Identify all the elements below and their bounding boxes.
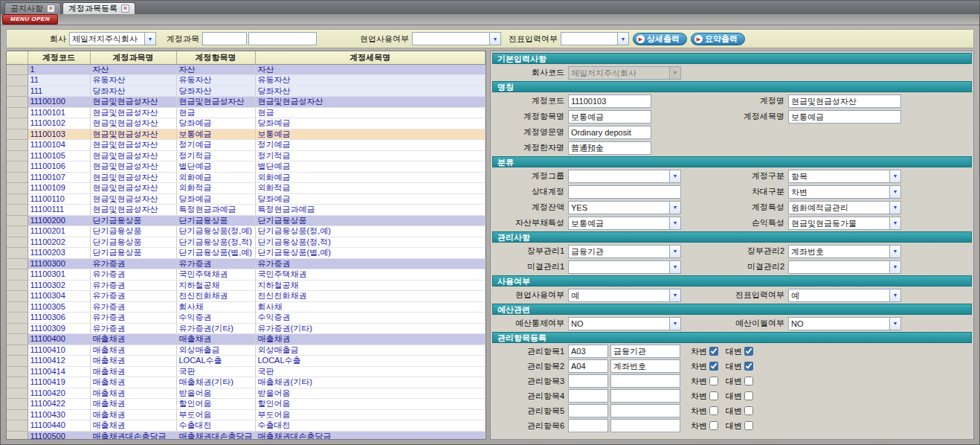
row-selector[interactable] bbox=[7, 140, 28, 151]
row-selector[interactable] bbox=[7, 172, 28, 183]
table-row[interactable]: 11100100 현금및현금성자산 현금및현금성자산 현금및현금성자산 bbox=[7, 97, 486, 108]
credit-checkbox[interactable] bbox=[744, 347, 753, 356]
account-name-field[interactable] bbox=[788, 95, 901, 108]
table-row[interactable]: 11100440 매출채권 수출대전 수출대전 bbox=[7, 420, 486, 432]
chevron-down-icon[interactable]: ▼ bbox=[889, 246, 900, 257]
mgmt-code-input[interactable] bbox=[568, 389, 608, 403]
debit-checkbox[interactable] bbox=[709, 347, 718, 356]
table-row[interactable]: 11100201 단기금융상품 단기금융상품(정,예) 단기금융상품(정,예) bbox=[7, 226, 486, 237]
chevron-down-icon[interactable]: ▼ bbox=[489, 33, 500, 45]
credit-checkbox[interactable] bbox=[744, 421, 753, 430]
debit-checkbox[interactable] bbox=[709, 406, 718, 415]
mgmt-code-input[interactable] bbox=[568, 419, 608, 432]
row-selector[interactable] bbox=[7, 431, 28, 440]
table-row[interactable]: 11100106 현금및현금성자산 별단예금 별단예금 bbox=[7, 161, 486, 173]
table-row[interactable]: 11100102 현금및현금성자산 당좌예금 당좌예금 bbox=[7, 118, 486, 129]
chevron-down-icon[interactable]: ▼ bbox=[144, 33, 155, 45]
credit-checkbox[interactable] bbox=[744, 406, 753, 415]
table-row[interactable]: 11100109 현금및현금성자산 외화적금 외화적금 bbox=[7, 183, 486, 194]
table-row[interactable]: 11100107 현금및현금성자산 외화예금 외화예금 bbox=[7, 172, 486, 183]
debit-checkbox[interactable] bbox=[709, 421, 718, 430]
row-selector[interactable] bbox=[7, 409, 28, 420]
row-selector[interactable] bbox=[7, 75, 28, 86]
table-row[interactable]: 11100309 유가증권 유가증권(기타) 유가증권(기타) bbox=[7, 323, 486, 334]
open1-select[interactable]: ▼ bbox=[568, 260, 681, 274]
row-selector[interactable] bbox=[7, 356, 28, 367]
tab-notice[interactable]: 공지사항 × bbox=[4, 2, 61, 14]
chevron-down-icon[interactable]: ▼ bbox=[889, 217, 900, 229]
account-eng-field[interactable] bbox=[568, 126, 651, 139]
detail-print-button[interactable]: ▶ 상세출력 bbox=[633, 33, 687, 45]
table-row[interactable]: 11100105 현금및현금성자산 정기적금 정기적금 bbox=[7, 150, 486, 161]
budget-control-select[interactable]: NO ▼ bbox=[568, 317, 681, 330]
asset-trait-select[interactable]: 보통예금 ▼ bbox=[568, 217, 681, 230]
dc-class-select[interactable]: 차변 ▼ bbox=[788, 185, 901, 199]
account-hanja-field[interactable] bbox=[568, 141, 651, 155]
row-selector[interactable] bbox=[7, 345, 28, 356]
table-row[interactable]: 11100414 매출채권 국판 국판 bbox=[7, 366, 486, 377]
mgmt-name-input[interactable] bbox=[610, 419, 680, 432]
ledger1-select[interactable]: 금융기관 ▼ bbox=[568, 245, 681, 258]
table-row[interactable]: 11100304 유가증권 전신전화채권 전신전화채권 bbox=[7, 291, 486, 302]
row-selector[interactable] bbox=[7, 420, 28, 432]
mgmt-name-input[interactable] bbox=[610, 374, 680, 388]
table-row[interactable]: 11100300 유가증권 유가증권 유가증권 bbox=[7, 258, 486, 269]
row-selector[interactable] bbox=[7, 129, 28, 140]
row-selector[interactable] bbox=[7, 193, 28, 205]
row-selector[interactable] bbox=[7, 291, 28, 302]
table-row[interactable]: 11100419 매출채권 매출채권(기타) 매출채권(기타) bbox=[7, 377, 486, 388]
row-selector[interactable] bbox=[7, 183, 28, 194]
close-icon[interactable]: × bbox=[47, 4, 55, 13]
account-detail-field[interactable] bbox=[788, 110, 901, 124]
row-selector[interactable] bbox=[7, 301, 28, 313]
row-selector[interactable] bbox=[7, 161, 28, 173]
debit-checkbox[interactable] bbox=[709, 377, 718, 385]
debit-checkbox[interactable] bbox=[709, 362, 718, 371]
row-selector[interactable] bbox=[7, 226, 28, 237]
credit-checkbox[interactable] bbox=[744, 362, 753, 371]
table-row[interactable]: 11100110 현금및현금성자산 당좌예금 당좌예금 bbox=[7, 193, 486, 205]
table-row[interactable]: 11100400 매출채권 매출채권 매출채권 bbox=[7, 334, 486, 345]
table-row[interactable]: 11100302 유가증권 지하철공채 지하철공채 bbox=[7, 280, 486, 291]
pl-trait-select[interactable]: 현금및현금등가물 ▼ bbox=[788, 217, 901, 230]
chevron-down-icon[interactable]: ▼ bbox=[617, 33, 628, 45]
row-selector[interactable] bbox=[7, 269, 28, 281]
chevron-down-icon[interactable]: ▼ bbox=[669, 289, 680, 301]
table-row[interactable]: 11100301 유가증권 국민주택채권 국민주택채권 bbox=[7, 269, 486, 281]
tab-account-register[interactable]: 계정과목등록 × bbox=[62, 2, 135, 14]
chevron-down-icon[interactable]: ▼ bbox=[669, 217, 680, 229]
row-selector[interactable] bbox=[7, 237, 28, 248]
debit-checkbox[interactable] bbox=[709, 391, 718, 400]
row-selector[interactable] bbox=[7, 334, 28, 345]
row-selector[interactable] bbox=[7, 97, 28, 108]
chevron-down-icon[interactable]: ▼ bbox=[889, 289, 900, 301]
table-row[interactable]: 11100104 현금및현금성자산 정기예금 정기예금 bbox=[7, 140, 486, 151]
summary-print-button[interactable]: ▶ 요약출력 bbox=[691, 33, 745, 45]
ledger2-select[interactable]: 계좌번호 ▼ bbox=[788, 245, 901, 258]
table-row[interactable]: 11100422 매출채권 할인어음 할인어음 bbox=[7, 399, 486, 410]
chevron-down-icon[interactable]: ▼ bbox=[889, 261, 900, 273]
credit-checkbox[interactable] bbox=[744, 377, 753, 385]
table-row[interactable]: 11100410 매출채권 외상매출금 외상매출금 bbox=[7, 345, 486, 356]
chevron-down-icon[interactable]: ▼ bbox=[669, 170, 680, 182]
row-selector[interactable] bbox=[7, 313, 28, 324]
row-selector[interactable] bbox=[7, 215, 28, 226]
row-selector[interactable] bbox=[7, 280, 28, 291]
voucher-select[interactable]: ▼ bbox=[561, 32, 629, 45]
account-trait-select[interactable]: 원화예적금관리 ▼ bbox=[788, 201, 901, 214]
table-row[interactable]: 11100200 단기금융상품 단기금융상품 단기금융상품 bbox=[7, 215, 486, 226]
chevron-down-icon[interactable]: ▼ bbox=[889, 202, 900, 214]
row-selector[interactable] bbox=[7, 377, 28, 388]
chevron-down-icon[interactable]: ▼ bbox=[669, 261, 680, 273]
account-class-select[interactable]: 항목 ▼ bbox=[788, 170, 901, 183]
mgmt-name-input[interactable] bbox=[610, 389, 680, 403]
mgmt-code-input[interactable] bbox=[568, 374, 608, 388]
chevron-down-icon[interactable]: ▼ bbox=[889, 170, 900, 182]
chevron-down-icon[interactable]: ▼ bbox=[669, 202, 680, 214]
table-row[interactable]: 11100101 현금및현금성자산 현금 현금 bbox=[7, 107, 486, 118]
row-selector[interactable] bbox=[7, 248, 28, 259]
voucher-use-panel-select[interactable]: 예 ▼ bbox=[788, 289, 901, 302]
row-selector[interactable] bbox=[7, 205, 28, 216]
row-selector[interactable] bbox=[7, 150, 28, 161]
field-use-select[interactable]: ▼ bbox=[412, 32, 501, 45]
